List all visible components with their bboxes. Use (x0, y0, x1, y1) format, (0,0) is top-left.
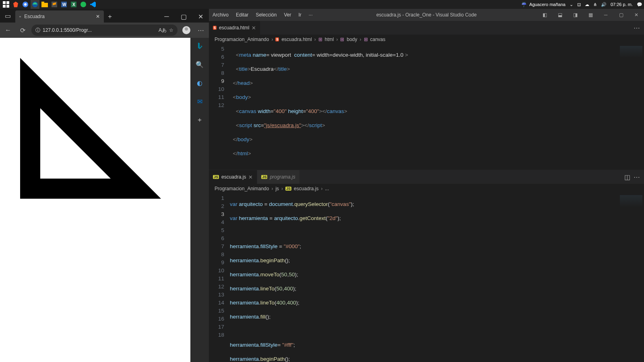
address-bar[interactable]: ⓘ 127.0.0.1:5500/Progr... Aあ ☆ (31, 25, 178, 36)
bing-icon[interactable] (194, 40, 205, 51)
weather-widget[interactable]: ☔ Aguacero mañana (521, 2, 566, 7)
minimap[interactable] (618, 44, 644, 170)
new-tab-button[interactable]: ＋ (104, 10, 116, 23)
clock[interactable]: 07:26 p. m. (611, 2, 633, 7)
favorite-icon[interactable]: ☆ (169, 27, 173, 33)
layout-bottom-icon[interactable]: ⬓ (552, 9, 568, 21)
refresh-button[interactable]: ⟳ (17, 25, 28, 36)
svg-text:W: W (62, 2, 66, 7)
html-icon: 5 (213, 26, 217, 30)
tab-title: Escuadra (24, 14, 45, 19)
excel-icon[interactable]: X (69, 0, 78, 9)
explorer-icon[interactable] (40, 0, 49, 9)
layout-custom-icon[interactable]: ▦ (583, 9, 598, 21)
svg-rect-3 (6, 5, 9, 8)
menu-ir[interactable]: Ir (295, 12, 305, 18)
svg-point-15 (80, 2, 86, 7)
page-icon: ▫ (19, 14, 21, 19)
svg-text:X: X (72, 2, 75, 7)
menu-editar[interactable]: Editar (232, 12, 252, 18)
svg-marker-4 (13, 2, 18, 7)
start-icon[interactable] (2, 0, 10, 9)
tab-label: escuadra.js (221, 174, 246, 180)
svg-rect-1 (6, 1, 9, 4)
js-icon: JS (261, 175, 267, 179)
page-viewport (0, 38, 190, 362)
window-title: escuadra.js - Oracle_One - Visual Studio… (376, 12, 477, 18)
close-tab-icon[interactable]: ✕ (96, 14, 100, 19)
info-icon: ⓘ (35, 27, 40, 34)
close-tab-icon[interactable]: ✕ (248, 174, 253, 180)
outlook-icon[interactable]: ✉ (194, 96, 205, 107)
close-button[interactable]: ✕ (629, 9, 644, 21)
search-icon[interactable]: 🔍 (194, 59, 205, 70)
editor-js[interactable]: var arquitecto = document.querySelector(… (230, 193, 618, 362)
breadcrumb[interactable]: Programacion_Animando› js› JS escuadra.j… (209, 184, 644, 193)
wifi-icon[interactable]: ⋔ (593, 2, 597, 7)
close-tab-icon[interactable]: ✕ (252, 25, 256, 31)
onedrive-icon[interactable]: ☁ (585, 2, 589, 7)
vscode-icon[interactable] (89, 0, 97, 9)
brave-icon[interactable] (11, 0, 20, 9)
spotify-icon[interactable] (79, 0, 88, 9)
maximize-button[interactable]: ▢ (175, 10, 192, 23)
svg-rect-9 (41, 2, 44, 3)
notifications-icon[interactable]: 💬 (637, 2, 642, 7)
tray-icon[interactable]: ⊡ (577, 2, 581, 7)
copilot-icon[interactable]: ◐ (194, 77, 205, 88)
word-icon[interactable]: W (60, 0, 68, 9)
menu-more[interactable]: ··· (305, 12, 316, 18)
tab-escuadra-js[interactable]: JS escuadra.js ✕ (209, 170, 257, 184)
svg-point-17 (185, 27, 188, 31)
split-editor-icon[interactable]: ◫ (624, 173, 630, 181)
vscode-app: Archivo Editar Selección Ver Ir ··· escu… (209, 9, 644, 362)
browser-sidebar: 🔍 ◐ ✉ ＋ ▭ ⚙ (190, 38, 209, 362)
minimize-button[interactable]: ─ (158, 10, 175, 23)
layout-left-icon[interactable]: ◧ (537, 9, 552, 21)
edge-browser: ▭ ▫ Escuadra ✕ ＋ ─ ▢ ✕ ← ⟳ ⓘ 127.0.0.1:5… (0, 9, 209, 362)
add-tool-icon[interactable]: ＋ (194, 114, 205, 125)
menu-seleccion[interactable]: Selección (252, 12, 280, 18)
js-icon: JS (285, 187, 291, 191)
editor-html[interactable]: <meta name= viewport content= width=devi… (230, 44, 618, 170)
chrome-icon[interactable] (21, 0, 30, 9)
menu-ver[interactable]: Ver (280, 12, 295, 18)
more-actions-icon[interactable]: ⋯ (634, 173, 640, 181)
html-icon: 5 (275, 37, 279, 41)
svg-point-6 (24, 3, 27, 6)
more-actions-icon[interactable]: ⋯ (634, 24, 640, 32)
browser-tab[interactable]: ▫ Escuadra ✕ (15, 10, 104, 23)
svg-rect-2 (3, 5, 6, 8)
windows-taskbar: W X ☔ Aguacero mañana ⌄ ⊡ ☁ ⋔ 🔊 07:26 p.… (0, 0, 644, 9)
tab-programa-js[interactable]: JS programa.js (257, 170, 299, 184)
menu-archivo[interactable]: Archivo (209, 12, 232, 18)
chevron-down-icon[interactable]: ⌄ (570, 2, 573, 7)
js-icon: JS (213, 175, 219, 179)
weather-icon: ☔ (521, 2, 527, 7)
minimap[interactable] (618, 193, 644, 362)
svg-rect-8 (41, 3, 48, 7)
url-text: 127.0.0.1:5500/Progr... (43, 27, 92, 33)
close-window-button[interactable]: ✕ (192, 10, 209, 23)
tab-label: programa.js (270, 174, 295, 180)
minimize-button[interactable]: ─ (598, 9, 613, 21)
weather-text: Aguacero mañana (529, 2, 566, 7)
back-button[interactable]: ← (2, 25, 14, 36)
vscode-titlebar: Archivo Editar Selección Ver Ir ··· escu… (209, 9, 644, 21)
tab-escuadra-html[interactable]: 5 escuadra.html ✕ (209, 21, 260, 35)
reader-icon[interactable]: Aあ (159, 27, 167, 34)
menu-icon[interactable]: ⋯ (195, 25, 206, 36)
maximize-button[interactable]: ▢ (613, 9, 629, 21)
tab-label: escuadra.html (219, 25, 249, 31)
svg-rect-0 (3, 1, 6, 4)
layout-right-icon[interactable]: ◨ (568, 9, 583, 21)
breadcrumb[interactable]: Programacion_Animando› 5 escuadra.html› … (209, 35, 644, 44)
profile-icon[interactable] (181, 25, 192, 36)
edge-icon[interactable] (31, 0, 39, 9)
sound-icon[interactable]: 🔊 (601, 2, 607, 7)
vertical-tabs-icon[interactable]: ▭ (0, 9, 15, 23)
sublime-icon[interactable] (50, 0, 59, 9)
